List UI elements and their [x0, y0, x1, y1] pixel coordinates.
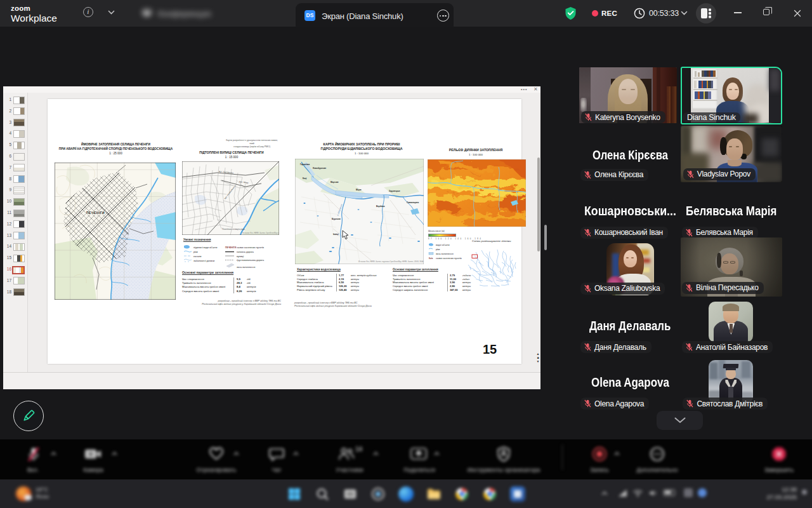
svg-text:зона затоплення: зона затоплення [436, 253, 454, 255]
svg-text:підземні води об'єкти: підземні води об'єкти [193, 246, 217, 249]
svg-text:ріки: ріки [436, 248, 440, 251]
svg-text:Гарашівка: Гарашівка [300, 163, 310, 166]
svg-text:ПЕЧЕНІГИ: ПЕЧЕНІГИ [86, 211, 105, 215]
svg-text:ПЕЧЕНІГИ: ПЕЧЕНІГИ [225, 246, 237, 249]
svg-text:Источник: Esri, HERE, Garmin,: Источник: Esri, HERE, Garmin, OpenStreet… [242, 232, 279, 234]
svg-text:головна дорога: головна дорога [237, 251, 254, 253]
svg-text:Міцне: Міцне [356, 189, 362, 191]
svg-text:ґрунтовопольова дорога: ґрунтовопольова дорога [237, 259, 265, 262]
svg-text:назви населених пунктів: назви населених пунктів [436, 257, 462, 260]
svg-text:ріки: ріки [193, 251, 198, 253]
svg-text:водні об'єкти: водні об'єкти [436, 244, 450, 246]
svg-text:зона затоплення: зона затоплення [237, 266, 255, 269]
svg-text:Київ: Київ [429, 257, 433, 260]
svg-text:Задонецьке: Задонецьке [389, 190, 400, 192]
svg-text:Іванці: Іванці [333, 233, 339, 236]
svg-text:Мартове: Мартове [331, 181, 339, 184]
svg-text:Саввинщина: Саввинщина [407, 201, 419, 204]
svg-text:канали: канали [193, 255, 201, 258]
svg-text:Киці: Киці [303, 177, 307, 180]
svg-text:Источник: Esri, HERE, Garmin,: Источник: Esri, HERE, Garmin, подложка O… [358, 260, 423, 263]
svg-text:Вербівка: Вербівка [376, 205, 385, 208]
svg-text:вулиці: вулиці [237, 255, 244, 258]
svg-text:назви населених пунктів: назви населених пунктів [237, 246, 264, 249]
svg-text:Печенізька селищна рада: Печенізька селищна рада [222, 228, 245, 231]
svg-text:Бідилове: Бідилове [332, 218, 341, 220]
svg-text:заболочені долини: заболочені долини [193, 260, 214, 262]
svg-text:Новобідилове: Новобідилове [313, 167, 327, 170]
